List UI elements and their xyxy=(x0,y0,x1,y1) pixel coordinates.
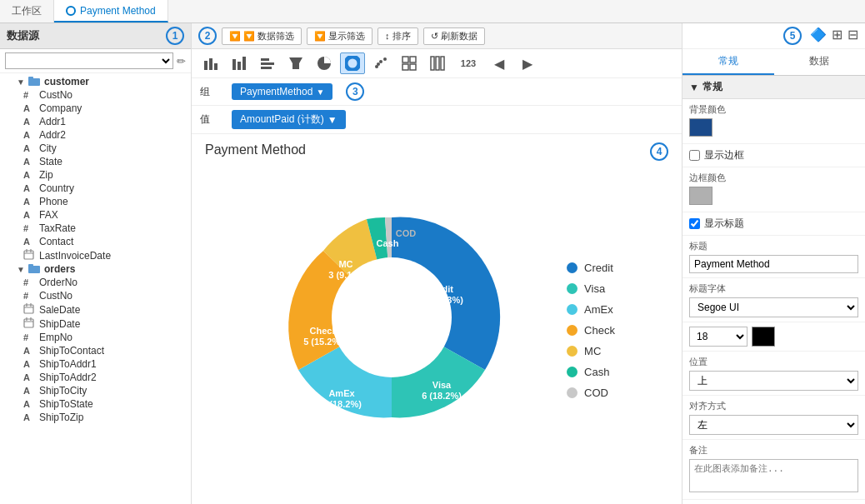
filter-data-btn[interactable]: 🔽 🔽 数据筛选 xyxy=(222,27,302,45)
tree-item-lastinvoicedate[interactable]: LastInvoiceDate xyxy=(0,248,191,262)
bar-chart3-btn[interactable] xyxy=(255,52,280,74)
tree-toggle[interactable]: ▼ xyxy=(17,77,28,87)
show-title-checkbox[interactable] xyxy=(689,218,700,229)
grid-btn[interactable] xyxy=(397,52,422,74)
title-prop-label: 标题 xyxy=(689,240,858,252)
tree-item-taxrate[interactable]: #TaxRate xyxy=(0,222,191,235)
notes-textarea[interactable] xyxy=(689,459,858,492)
title-font-label: 标题字体 xyxy=(689,282,858,295)
svg-point-27 xyxy=(346,57,359,70)
tree-item-label: Zip xyxy=(39,169,53,181)
legend-check: Check xyxy=(567,324,615,337)
tree-item-orders[interactable]: ▼orders xyxy=(0,262,191,276)
tab-workspace[interactable]: 工作区 xyxy=(0,0,54,22)
svg-rect-36 xyxy=(410,64,416,70)
edit-icon[interactable]: ✏ xyxy=(177,55,186,67)
tree-item-state[interactable]: AState xyxy=(0,155,191,168)
tree-item-shiptoaddr1[interactable]: AShipToAddr1 xyxy=(0,357,191,371)
tree-item-addr1[interactable]: AAddr1 xyxy=(0,115,191,128)
border-color-swatch[interactable] xyxy=(689,187,712,205)
prop-title-font: 标题字体 Segoe UI xyxy=(682,278,865,322)
tree-item-custno[interactable]: #CustNo xyxy=(0,289,191,302)
tree-item-label: TaxRate xyxy=(39,222,76,234)
title-font-select[interactable]: Segoe UI xyxy=(689,297,858,317)
group-dropdown[interactable]: PaymentMethod ▼ xyxy=(232,83,332,100)
tree-item-orderno[interactable]: #OrderNo xyxy=(0,276,191,289)
tree-item-label: Phone xyxy=(39,196,68,207)
border-color-label: 边框颜色 xyxy=(689,172,858,184)
badge-toolbar: 2 xyxy=(198,27,217,45)
number-btn[interactable]: 123 xyxy=(453,52,483,74)
main-toolbar: 2 🔽 🔽 数据筛选 🔽 显示筛选 ↕ 排序 ↺ 刷新数据 xyxy=(192,23,682,49)
title-input[interactable] xyxy=(689,255,858,273)
tab-data[interactable]: 数据 xyxy=(774,49,866,75)
filter-display-btn[interactable]: 🔽 显示筛选 xyxy=(307,27,372,45)
font-color-btn[interactable] xyxy=(752,327,775,347)
tree-item-custno[interactable]: #CustNo xyxy=(0,88,191,102)
tree-item-shiptocontact[interactable]: AShipToContact xyxy=(0,344,191,357)
right-top-icons: 5 🔷 ⊞ ⊟ xyxy=(682,23,865,49)
scatter-btn[interactable] xyxy=(368,52,393,74)
svg-rect-23 xyxy=(261,58,269,61)
tree-node-icon: A xyxy=(23,399,37,409)
tree-item-shiptoaddr2[interactable]: AShipToAddr2 xyxy=(0,371,191,384)
pie-chart-btn[interactable] xyxy=(312,52,337,74)
group-dropdown-arrow: ▼ xyxy=(316,87,324,97)
align-select[interactable]: 左 xyxy=(689,415,858,435)
tree-toggle[interactable]: ▼ xyxy=(17,265,28,274)
bar-chart-btn[interactable] xyxy=(198,52,223,74)
tree-item-fax[interactable]: AFAX xyxy=(0,208,191,222)
svg-text:6 (18.2%): 6 (18.2%) xyxy=(322,399,362,409)
sort-btn[interactable]: ↕ 排序 xyxy=(378,27,418,45)
next-btn[interactable]: ▶ xyxy=(515,52,540,74)
bg-color-swatch[interactable] xyxy=(689,118,712,137)
show-title-row: 显示标题 xyxy=(689,217,858,231)
tab-normal[interactable]: 常规 xyxy=(682,49,774,75)
tree-item-country[interactable]: ACountry xyxy=(0,182,191,195)
data-source-select[interactable] xyxy=(5,52,173,69)
tree-item-empno[interactable]: #EmpNo xyxy=(0,331,191,344)
svg-text:AmEx: AmEx xyxy=(328,388,355,398)
donut-chart-btn[interactable] xyxy=(340,52,365,74)
tree-item-addr2[interactable]: AAddr2 xyxy=(0,128,191,142)
funnel-btn[interactable] xyxy=(283,52,308,74)
tree-node-icon: A xyxy=(23,386,37,396)
value-dropdown[interactable]: AmountPaid (计数) ▼ xyxy=(232,110,346,129)
tab-bar: 工作区 Payment Method xyxy=(0,0,865,23)
tree-item-label: ShipToState xyxy=(39,398,93,410)
tree-item-zip[interactable]: AZip xyxy=(0,168,191,182)
tree-item-contact[interactable]: AContact xyxy=(0,235,191,248)
section-arrow: ▼ xyxy=(689,82,699,93)
badge-4: 4 xyxy=(650,142,668,161)
tree-item-saledate[interactable]: SaleDate xyxy=(0,302,191,317)
show-border-checkbox[interactable] xyxy=(689,150,700,161)
tree-item-company[interactable]: ACompany xyxy=(0,102,191,115)
tree-item-phone[interactable]: APhone xyxy=(0,195,191,208)
prev-btn[interactable]: ◀ xyxy=(487,52,512,74)
layout-icon[interactable]: ⊞ xyxy=(832,27,842,45)
tree-item-city[interactable]: ACity xyxy=(0,142,191,155)
tree-node-icon: # xyxy=(23,291,37,301)
badge-1: 1 xyxy=(166,27,184,45)
stacked-bar-btn[interactable] xyxy=(425,52,450,74)
refresh-btn[interactable]: ↺ 刷新数据 xyxy=(423,27,485,45)
svg-text:6 (18.2%): 6 (18.2%) xyxy=(422,391,462,401)
tree-item-customer[interactable]: ▼customer xyxy=(0,75,191,88)
tree-item-shiptocity[interactable]: AShipToCity xyxy=(0,384,191,397)
tab-payment-method[interactable]: Payment Method xyxy=(54,0,168,22)
right-tabs: 常规 数据 xyxy=(682,49,865,76)
font-size-select[interactable]: 18 xyxy=(689,327,748,347)
bar-chart2-btn[interactable] xyxy=(227,52,252,74)
tree-node-icon: A xyxy=(23,237,37,247)
cube-icon[interactable]: 🔷 xyxy=(810,27,827,45)
tree-item-shiptostate[interactable]: AShipToState xyxy=(0,397,191,411)
tree-item-shiptozip[interactable]: AShipToZip xyxy=(0,411,191,424)
tree-item-label: EmpNo xyxy=(39,332,72,343)
chart-legend: Credit Visa AmEx Check xyxy=(567,262,615,399)
tree-item-shipdate[interactable]: ShipDate xyxy=(0,317,191,331)
split-icon[interactable]: ⊟ xyxy=(848,27,858,45)
svg-rect-38 xyxy=(436,57,439,70)
value-dropdown-arrow: ▼ xyxy=(328,114,338,126)
position-select[interactable]: 上 xyxy=(689,371,858,391)
legend-amex-label: AmEx xyxy=(584,303,613,316)
